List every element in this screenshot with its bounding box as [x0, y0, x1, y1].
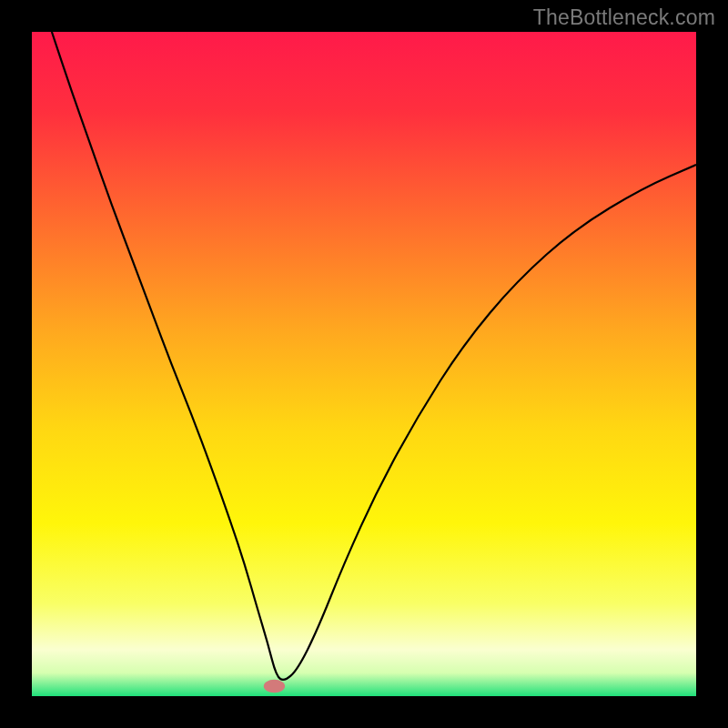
chart-frame: TheBottleneck.com [0, 0, 728, 728]
watermark-text: TheBottleneck.com [533, 5, 715, 30]
chart-svg [32, 32, 696, 696]
gradient-background [32, 32, 696, 696]
plot-area [32, 32, 696, 696]
minimum-marker [264, 680, 285, 693]
